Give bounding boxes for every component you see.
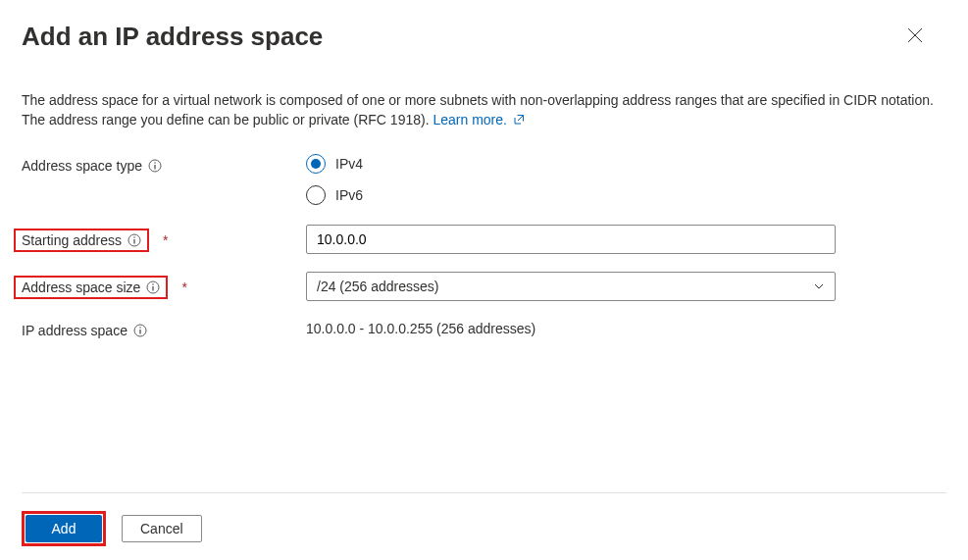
highlight-starting-address: Starting address: [14, 229, 149, 252]
svg-point-10: [139, 327, 141, 329]
radio-circle-icon: [306, 185, 326, 205]
svg-rect-2: [154, 165, 155, 170]
address-space-size-value: /24 (256 addresses): [317, 279, 439, 294]
required-indicator: *: [163, 232, 168, 248]
starting-address-label: Starting address: [22, 232, 122, 248]
cancel-button[interactable]: Cancel: [122, 515, 202, 542]
info-icon[interactable]: [133, 324, 147, 337]
footer-divider: [22, 492, 946, 493]
info-icon[interactable]: [146, 280, 160, 294]
add-button[interactable]: Add: [25, 515, 102, 542]
info-icon[interactable]: [148, 159, 162, 173]
svg-rect-8: [153, 286, 154, 291]
svg-point-4: [133, 236, 135, 238]
page-title: Add an IP address space: [22, 22, 323, 52]
address-space-type-radio-group: IPv4 IPv6: [306, 154, 836, 205]
ip-address-space-label: IP address space: [22, 323, 127, 338]
info-icon[interactable]: [127, 233, 141, 247]
highlight-add-button: Add: [22, 511, 106, 546]
radio-circle-icon: [306, 154, 326, 174]
chevron-down-icon: [813, 280, 825, 292]
radio-ipv4[interactable]: IPv4: [306, 154, 836, 174]
svg-rect-5: [133, 239, 134, 244]
external-link-icon: [513, 112, 525, 131]
radio-ipv4-label: IPv4: [335, 156, 363, 172]
radio-ipv6[interactable]: IPv6: [306, 185, 836, 205]
svg-rect-11: [139, 330, 140, 334]
address-space-size-select[interactable]: /24 (256 addresses): [306, 272, 836, 301]
radio-ipv6-label: IPv6: [335, 187, 363, 203]
svg-point-1: [154, 162, 156, 164]
learn-more-label: Learn more.: [433, 112, 506, 127]
ip-address-space-value: 10.0.0.0 - 10.0.0.255 (256 addresses): [306, 319, 836, 336]
svg-point-7: [153, 283, 155, 285]
learn-more-link[interactable]: Learn more.: [433, 112, 524, 127]
close-icon: [907, 27, 923, 43]
required-indicator: *: [181, 280, 186, 295]
description-text: The address space for a virtual network …: [22, 91, 943, 130]
address-space-type-label: Address space type: [22, 158, 142, 174]
highlight-address-space-size: Address space size: [14, 276, 168, 299]
close-button[interactable]: [903, 24, 927, 50]
address-space-size-label: Address space size: [22, 280, 140, 295]
starting-address-input[interactable]: [306, 225, 836, 254]
